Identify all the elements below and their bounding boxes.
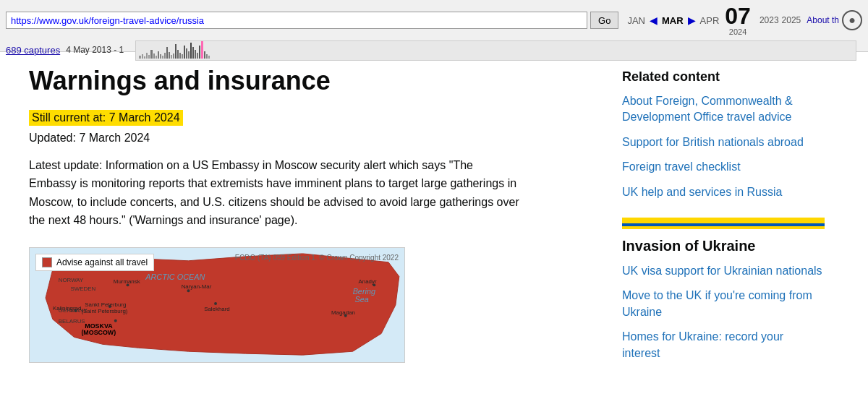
about-btn[interactable]: About th xyxy=(807,15,839,25)
current-date-text: Still current at: 7 March 2024 xyxy=(29,110,183,126)
svg-text:(MOSCOW): (MOSCOW) xyxy=(81,329,116,336)
svg-text:Naryan-Mar: Naryan-Mar xyxy=(182,283,212,290)
wayback-url-input[interactable] xyxy=(6,12,587,29)
legend-color-box xyxy=(42,257,52,267)
list-item: Move to the UK if you're coming from Ukr… xyxy=(622,288,825,320)
month-apr[interactable]: APR xyxy=(700,15,720,26)
svg-text:BELARUS: BELARUS xyxy=(59,318,85,325)
cal-year: 2024 xyxy=(729,27,746,36)
updated-date: Updated: 7 March 2024 xyxy=(29,132,579,145)
list-item: Support for British nationals abroad xyxy=(622,134,825,150)
page-wrapper: Warnings and insurance Still current at:… xyxy=(0,52,868,385)
current-date-banner: Still current at: 7 March 2024 xyxy=(29,110,579,132)
cal-year-next: 2025 xyxy=(782,15,801,25)
list-item: Homes for Ukraine: record your interest xyxy=(622,329,825,361)
month-jan[interactable]: JAN xyxy=(627,15,645,26)
ukraine-section-title: Invasion of Ukraine xyxy=(622,238,825,254)
link-help[interactable]: UK help and services in Russia xyxy=(622,186,782,198)
svg-text:Kaliningrad: Kaliningrad xyxy=(53,305,81,312)
map-legend: Advise against all travel xyxy=(35,254,154,271)
svg-text:MOSKVA: MOSKVA xyxy=(85,322,113,330)
svg-text:Anadyr: Anadyr xyxy=(359,278,377,285)
month-mar[interactable]: MAR xyxy=(662,15,684,26)
svg-text:Sankt Peterburg: Sankt Peterburg xyxy=(85,301,126,308)
captures-date-range: 4 May 2013 - 1 xyxy=(66,45,124,55)
legend-label: Advise against all travel xyxy=(56,257,148,267)
wayback-toolbar: Go JAN ◀ MAR ▶ APR 07 2024 2023 2025 Abo… xyxy=(0,0,868,52)
link-checklist[interactable]: Foreign travel checklist xyxy=(622,160,741,173)
link-support[interactable]: Support for British nationals abroad xyxy=(622,136,804,148)
cal-year-current: 2023 xyxy=(760,15,779,25)
link-homes[interactable]: Homes for Ukraine: record your interest xyxy=(622,330,783,359)
timeline-bar[interactable] xyxy=(135,40,856,61)
list-item: Foreign travel checklist xyxy=(622,159,825,175)
ukraine-links-list: UK visa support for Ukrainian nationals … xyxy=(622,263,825,361)
svg-text:Sea: Sea xyxy=(355,295,369,304)
svg-text:NORWAY: NORWAY xyxy=(59,277,84,283)
map-copyright: FCDO (TA) 059 Edition 1. © Crown Copyrig… xyxy=(235,254,399,262)
russia-map: Advise against all travel FCDO (TA) 059 … xyxy=(29,247,405,363)
sidebar: Related content About Foreign, Commonwea… xyxy=(608,66,839,370)
ukraine-section: Invasion of Ukraine UK visa support for … xyxy=(622,218,825,361)
svg-point-19 xyxy=(214,302,217,305)
arrow-left[interactable]: ◀ xyxy=(650,14,658,26)
related-content-title: Related content xyxy=(622,66,825,85)
page-title: Warnings and insurance xyxy=(29,66,579,95)
svg-text:Magadan: Magadan xyxy=(331,309,355,316)
main-content: Warnings and insurance Still current at:… xyxy=(29,66,608,370)
svg-text:SWEDEN: SWEDEN xyxy=(71,286,96,292)
link-fcdo[interactable]: About Foreign, Commonwealth & Developmen… xyxy=(622,95,793,123)
ukraine-flag-bar xyxy=(622,223,825,229)
svg-text:Salekhard: Salekhard xyxy=(204,306,230,312)
svg-text:Murmansk: Murmansk xyxy=(114,278,140,285)
related-links-list: About Foreign, Commonwealth & Developmen… xyxy=(622,93,825,200)
list-item: UK help and services in Russia xyxy=(622,184,825,200)
arrow-right[interactable]: ▶ xyxy=(688,14,696,26)
list-item: UK visa support for Ukrainian nationals xyxy=(622,263,825,279)
svg-point-14 xyxy=(114,319,117,322)
list-item: About Foreign, Commonwealth & Developmen… xyxy=(622,93,825,126)
arctic-ocean-label: ARCTIC OCEAN xyxy=(145,272,205,281)
svg-text:(Saint Petersburg): (Saint Petersburg) xyxy=(81,308,127,314)
link-move[interactable]: Move to the UK if you're coming from Ukr… xyxy=(622,289,812,317)
link-visa[interactable]: UK visa support for Ukrainian nationals xyxy=(622,265,822,277)
wayback-go-button[interactable]: Go xyxy=(590,12,618,29)
user-account-icon[interactable]: ● xyxy=(842,10,862,30)
cal-day: 07 xyxy=(725,4,751,27)
latest-update-text: Latest update: Information on a US Embas… xyxy=(29,156,521,230)
captures-link[interactable]: 689 captures xyxy=(6,45,60,56)
